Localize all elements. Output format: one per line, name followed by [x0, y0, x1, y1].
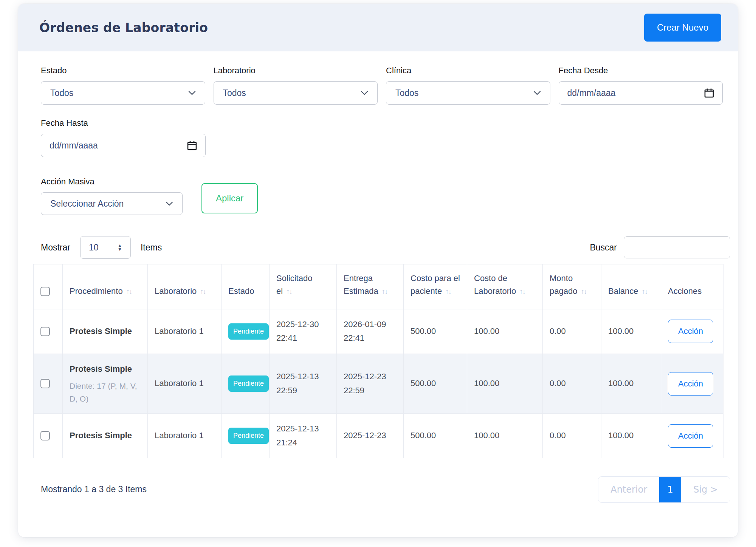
costo-paciente-cell: 500.00	[404, 414, 467, 458]
results-summary: Mostrando 1 a 3 de 3 Items	[41, 484, 147, 494]
filter-estado: Estado Todos	[41, 66, 205, 105]
col-costo-paciente[interactable]: Costo para el paciente↑↓	[404, 264, 467, 309]
table-header-row: Procedimiento↑↓ Laboratorio↑↓ Estado Sol…	[34, 264, 723, 309]
filter-fecha-hasta: Fecha Hasta dd/mm/aaaa	[41, 118, 206, 157]
laboratorio-label: Laboratorio	[214, 66, 378, 76]
row-select-cell	[34, 414, 63, 458]
bulk-action-row: Acción Masiva Seleccionar Acción Aplicar	[41, 177, 723, 215]
procedimiento-cell: Protesis Simple Diente: 17 (P, M, V, D, …	[63, 354, 148, 413]
accion-masiva-select[interactable]: Seleccionar Acción	[41, 192, 183, 215]
search-input[interactable]	[624, 236, 730, 258]
apply-button[interactable]: Aplicar	[201, 183, 258, 213]
laboratorio-cell: Laboratorio 1	[148, 309, 222, 354]
filter-fecha-desde: Fecha Desde dd/mm/aaaa	[559, 66, 723, 105]
costo-paciente-cell: 500.00	[404, 354, 467, 413]
estado-select[interactable]: Todos	[41, 81, 205, 105]
row-checkbox[interactable]	[40, 379, 50, 388]
page-size-select[interactable]: 10 ▲▼	[80, 236, 131, 259]
entrega-cell: 2025-12-23	[337, 414, 404, 458]
sort-icon: ↑↓	[445, 287, 451, 295]
filter-clinica: Clínica Todos	[386, 66, 550, 105]
laboratorio-select-value: Todos	[223, 88, 246, 98]
costo-laboratorio-cell: 100.00	[467, 414, 543, 458]
list-controls: Mostrar 10 ▲▼ Items Buscar	[41, 236, 723, 259]
sort-icon: ↑↓	[581, 287, 586, 295]
row-action-button[interactable]: Acción	[668, 372, 713, 396]
solicitado-cell: 2025-12-13 22:59	[270, 354, 337, 413]
chevron-down-icon	[166, 201, 173, 206]
create-new-button[interactable]: Crear Nuevo	[644, 14, 721, 42]
sort-icon: ↑↓	[382, 287, 387, 295]
calendar-icon[interactable]	[704, 88, 714, 98]
procedimiento-cell: Protesis Simple	[63, 309, 148, 354]
sort-icon: ↑↓	[519, 287, 525, 295]
tooth-detail: Diente: 17 (P, M, V, D, O)	[70, 380, 141, 405]
fecha-desde-placeholder: dd/mm/aaaa	[567, 88, 616, 98]
col-costo-laboratorio[interactable]: Costo de Laboratorio↑↓	[467, 264, 543, 309]
row-checkbox[interactable]	[40, 431, 50, 440]
row-action-button[interactable]: Acción	[668, 424, 713, 448]
pagination-page-1[interactable]: 1	[659, 477, 681, 502]
col-solicitado[interactable]: Solicitado el↑↓	[270, 264, 337, 309]
col-estado: Estado	[222, 264, 270, 309]
select-all-checkbox[interactable]	[40, 287, 50, 296]
table-row: Protesis Simple Laboratorio 1 Pendiente …	[34, 414, 723, 458]
orders-table: Procedimiento↑↓ Laboratorio↑↓ Estado Sol…	[33, 264, 723, 458]
chevron-down-icon	[533, 91, 541, 95]
clinica-select[interactable]: Todos	[386, 81, 550, 105]
solicitado-cell: 2025-12-13 21:24	[270, 414, 337, 458]
accion-masiva-select-value: Seleccionar Acción	[50, 199, 124, 209]
col-laboratorio[interactable]: Laboratorio↑↓	[148, 264, 222, 309]
balance-cell: 100.00	[601, 309, 661, 354]
row-select-cell	[34, 309, 63, 354]
row-action-button[interactable]: Acción	[668, 320, 713, 343]
select-all-header	[34, 264, 63, 309]
fecha-hasta-placeholder: dd/mm/aaaa	[50, 141, 98, 151]
table-row: Protesis Simple Laboratorio 1 Pendiente …	[34, 309, 723, 354]
estado-label: Estado	[41, 66, 205, 76]
fecha-desde-input[interactable]: dd/mm/aaaa	[559, 81, 723, 105]
calendar-icon[interactable]	[187, 141, 197, 150]
show-label: Mostrar	[41, 243, 70, 253]
pagination-next[interactable]: Sig >	[681, 477, 730, 502]
monto-pagado-cell: 0.00	[543, 354, 601, 413]
estado-cell: Pendiente	[222, 414, 270, 458]
estado-cell: Pendiente	[222, 309, 270, 354]
sort-icon: ↑↓	[200, 287, 206, 295]
laboratorio-select[interactable]: Todos	[214, 81, 378, 105]
col-entrega[interactable]: Entrega Estimada↑↓	[337, 264, 404, 309]
status-badge: Pendiente	[228, 428, 269, 444]
items-label: Items	[141, 243, 162, 253]
acciones-cell: Acción	[661, 414, 723, 458]
col-procedimiento[interactable]: Procedimiento↑↓	[63, 264, 148, 309]
card-header: Órdenes de Laboratorio Crear Nuevo	[18, 4, 738, 51]
chevron-down-icon	[361, 91, 368, 95]
fecha-hasta-input[interactable]: dd/mm/aaaa	[41, 134, 206, 157]
col-monto-pagado[interactable]: Monto pagado↑↓	[543, 264, 601, 309]
lab-orders-card: Órdenes de Laboratorio Crear Nuevo Estad…	[18, 4, 738, 537]
monto-pagado-cell: 0.00	[543, 414, 601, 458]
acciones-cell: Acción	[661, 354, 723, 413]
sort-icon: ↑↓	[126, 287, 132, 295]
col-acciones: Acciones	[661, 264, 723, 309]
balance-cell: 100.00	[601, 354, 661, 413]
row-select-cell	[34, 354, 63, 413]
procedimiento-cell: Protesis Simple	[63, 414, 148, 458]
laboratorio-cell: Laboratorio 1	[148, 414, 222, 458]
entrega-cell: 2026-01-09 22:41	[337, 309, 404, 354]
clinica-label: Clínica	[386, 66, 550, 76]
costo-laboratorio-cell: 100.00	[467, 309, 543, 354]
search-label: Buscar	[590, 243, 617, 253]
row-checkbox[interactable]	[40, 327, 50, 336]
filters-row-1: Estado Todos Laboratorio Todos Clínica T…	[41, 66, 723, 105]
pagination-previous[interactable]: Anterior	[598, 477, 659, 502]
spinner-arrows-icon: ▲▼	[118, 244, 122, 251]
costo-laboratorio-cell: 100.00	[467, 354, 543, 413]
estado-cell: Pendiente	[222, 354, 270, 413]
status-badge: Pendiente	[228, 375, 269, 392]
col-balance[interactable]: Balance↑↓	[601, 264, 661, 309]
fecha-desde-label: Fecha Desde	[559, 66, 723, 76]
entrega-cell: 2025-12-23 22:59	[337, 354, 404, 413]
sort-icon: ↑↓	[642, 287, 648, 295]
table-footer: Mostrando 1 a 3 de 3 Items Anterior 1 Si…	[41, 476, 723, 503]
